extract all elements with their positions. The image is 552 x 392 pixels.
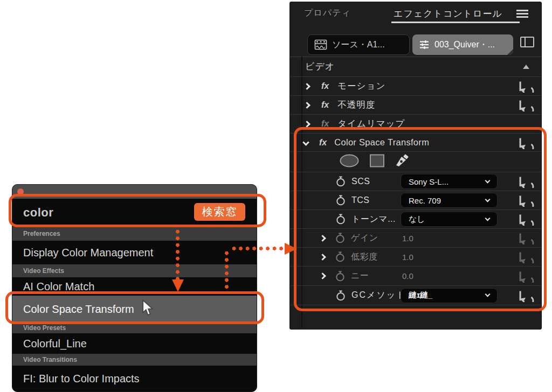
screenshot-canvas: プロパティ エフェクトコントロール ソース・A1... (0, 0, 552, 392)
chevron-right-icon[interactable] (303, 121, 310, 128)
chevron-right-icon[interactable] (303, 102, 310, 109)
reset-icon[interactable] (516, 136, 535, 149)
chevron-down-icon (485, 197, 491, 202)
section-header: Preferences (12, 227, 257, 241)
selected-clip-button[interactable]: 003_Quiver・... (412, 34, 513, 55)
reset-icon[interactable] (516, 250, 535, 263)
result-item-display-color-management[interactable]: Display Color Management (12, 241, 257, 264)
param-label: SCS (351, 177, 370, 186)
param-row-gain: ゲイン 1.0 (290, 229, 541, 248)
chevron-right-icon[interactable] (319, 235, 326, 242)
effect-label: タイムリマップ (337, 118, 405, 130)
ellipse-mask-icon[interactable] (339, 153, 360, 170)
tab-effect-controls[interactable]: エフェクトコントロール (394, 8, 502, 20)
result-item-ai-color-match[interactable]: AI Color Match (12, 277, 257, 296)
chevron-down-icon (485, 215, 491, 221)
search-input-value: color (23, 206, 53, 220)
tone-mapping-dropdown[interactable]: なし (401, 212, 498, 227)
param-label: ゲイン (351, 233, 378, 244)
effect-row-opacity[interactable]: fx 不透明度 (290, 96, 541, 115)
effect-row-motion[interactable]: fx モーション (290, 77, 541, 96)
annotation-badge-search: 検索窓 (194, 203, 245, 221)
stopwatch-icon[interactable] (335, 290, 346, 302)
effect-label: Color Space Transform (334, 137, 429, 148)
chevron-right-icon[interactable] (319, 272, 326, 279)
film-clip-icon (314, 39, 327, 50)
effect-label: モーション (337, 80, 385, 92)
effect-controls-panel: プロパティ エフェクトコントロール ソース・A1... (289, 2, 542, 330)
dropdown-value: 縺ɪ縺_ (409, 290, 432, 300)
gc-method-dropdown[interactable]: 縺ɪ縺_ (401, 288, 498, 303)
stopwatch-icon[interactable] (335, 251, 346, 263)
reset-icon[interactable] (516, 213, 535, 226)
reset-icon[interactable] (516, 289, 535, 302)
panel-menu-icon[interactable] (516, 10, 528, 19)
stopwatch-icon[interactable] (335, 194, 346, 206)
corner-fold-icon (507, 49, 513, 55)
effect-row-color-space-transform[interactable]: fx Color Space Transform (290, 134, 541, 152)
annotation-badge-label: 検索窓 (202, 205, 238, 219)
dotted-arrow-elbow-vertical (225, 250, 229, 291)
dotted-arrow-elbow-horizontal (231, 247, 285, 250)
tcs-dropdown[interactable]: Rec. 709 (401, 193, 498, 208)
section-header-label: Video Effects (23, 267, 64, 275)
dropdown-value: Rec. 709 (409, 196, 441, 205)
source-clip-button[interactable]: ソース・A1... (307, 34, 410, 55)
param-row-tcs: TCS Rec. 709 (290, 191, 541, 210)
stopwatch-icon[interactable] (335, 232, 346, 244)
chevron-right-icon[interactable] (319, 254, 326, 261)
dotted-arrow-down-line (176, 228, 180, 280)
chevron-down-icon[interactable] (302, 139, 309, 146)
effect-sliders-icon (419, 40, 430, 50)
fx-badge: fx (321, 119, 329, 129)
tab-properties[interactable]: プロパティ (304, 8, 351, 19)
reset-icon[interactable] (516, 99, 535, 111)
stopwatch-icon[interactable] (335, 270, 346, 282)
split-view-icon[interactable] (520, 36, 535, 51)
effect-label: 不透明度 (337, 99, 375, 111)
dropdown-value: なし (409, 214, 425, 225)
result-item-colorful-line[interactable]: Colorful_Line (12, 333, 257, 354)
arrow-right-head (285, 243, 297, 255)
param-value[interactable]: 0.0 (402, 271, 413, 281)
result-item-label: FI: Blur to Color Impacts (23, 373, 140, 385)
result-item-label: Colorful_Line (23, 338, 87, 350)
rect-mask-icon[interactable] (369, 153, 385, 170)
pen-mask-icon[interactable] (395, 154, 409, 170)
chevron-down-icon (485, 292, 491, 297)
reset-icon[interactable] (516, 232, 535, 244)
reset-icon[interactable] (516, 270, 535, 283)
param-row-desaturate: 低彩度 1.0 (290, 248, 541, 267)
param-label: TCS (351, 195, 370, 205)
result-item-color-space-transform[interactable]: Color Space Transform (12, 296, 257, 323)
param-label: トーンマ... (351, 214, 396, 225)
video-group-label: ビデオ (305, 60, 335, 73)
close-window-icon[interactable] (17, 188, 24, 195)
result-item-label: Color Space Transform (23, 303, 134, 316)
chevron-down-icon (485, 178, 491, 183)
param-value[interactable]: 1.0 (402, 234, 413, 243)
active-tab-underline (391, 22, 520, 23)
result-item-blur-to-color-impacts[interactable]: FI: Blur to Color Impacts (12, 366, 257, 391)
section-header: Video Effects (12, 264, 257, 277)
video-group-row[interactable]: ビデオ (290, 57, 541, 77)
chevron-right-icon[interactable] (303, 83, 310, 90)
param-label: GCメソッド (351, 290, 406, 301)
stopwatch-icon[interactable] (335, 213, 346, 225)
result-item-label: Display Color Management (23, 247, 153, 259)
section-header: Video Presets (12, 323, 257, 333)
param-row-tone-mapping: トーンマ... なし (290, 210, 541, 229)
stopwatch-icon[interactable] (335, 176, 346, 187)
reset-icon[interactable] (516, 175, 535, 188)
section-header-label: Preferences (23, 230, 60, 237)
section-header-label: Video Transitions (23, 356, 77, 363)
reset-icon[interactable] (516, 80, 535, 93)
scs-dropdown[interactable]: Sony S-L... (401, 174, 498, 189)
mask-tools-row (290, 152, 541, 172)
reset-icon[interactable] (516, 194, 535, 207)
section-header: Video Transitions (12, 354, 257, 366)
window-titlebar[interactable] (12, 185, 257, 199)
param-value[interactable]: 1.0 (402, 253, 413, 262)
collapse-triangle-icon[interactable] (523, 65, 529, 69)
effect-row-time-remap[interactable]: fx タイムリマップ (290, 115, 541, 134)
